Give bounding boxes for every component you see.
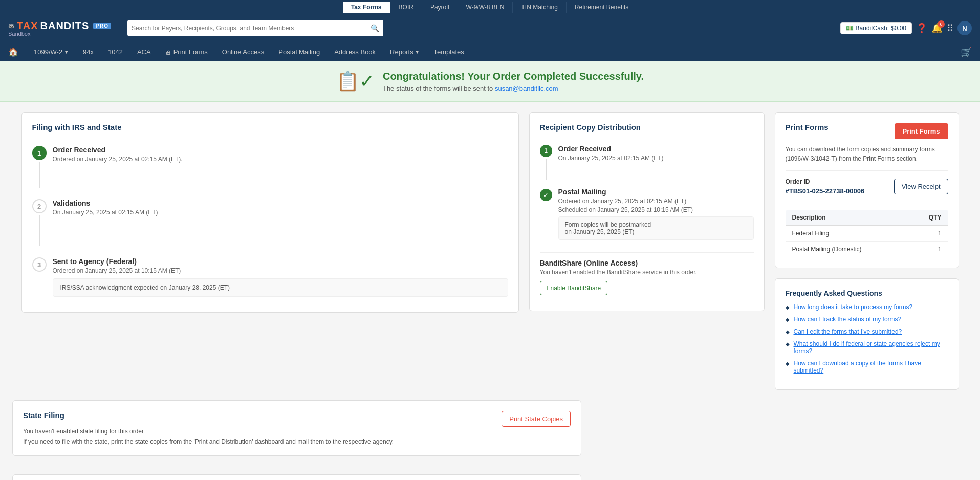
step-3-title: Sent to Agency (Federal): [53, 257, 508, 266]
success-email[interactable]: susan@banditllc.com: [495, 84, 558, 92]
cart-icon[interactable]: 🛒: [961, 47, 972, 58]
top-nav-w9[interactable]: W-9/W-8 BEN: [458, 2, 513, 13]
order-id-label: Order ID: [786, 178, 865, 185]
step-2-circle: 2: [32, 199, 47, 213]
nav-1099-w2[interactable]: 1099/W-2 ▼: [27, 42, 76, 62]
order-id-value: #TBS01-025-22738-00006: [786, 187, 865, 195]
recipient-step-1-title: Order Received: [558, 145, 664, 153]
bandit-share-desc: You haven't enabled the BanditShare serv…: [540, 269, 754, 276]
order-row-2-desc: Postal Mailing (Domestic): [786, 242, 910, 257]
order-row-1-qty: 1: [910, 226, 948, 242]
filing-section-title: Filing with IRS and State: [32, 123, 508, 132]
search-icon: 🔍: [371, 24, 379, 32]
faq-section: Frequently Asked Questions ◆ How long do…: [775, 278, 959, 390]
nav-online-access[interactable]: Online Access: [215, 42, 271, 62]
top-nav-payroll[interactable]: Payroll: [422, 2, 458, 13]
recipient-step-2: ✓ Postal Mailing Ordered on January 25, …: [540, 184, 754, 244]
nav-print-forms[interactable]: 🖨 Print Forms: [158, 42, 215, 62]
faq-item-3: ◆ Can I edit the forms that I've submitt…: [786, 328, 948, 335]
postmark-note: Form copies will be postmarkedon January…: [558, 216, 754, 240]
recipient-step-1-desc: On January 25, 2025 at 02:15 AM (ET): [558, 155, 664, 162]
faq-title: Frequently Asked Questions: [786, 289, 948, 297]
print-section-desc: You can download the form copies and sum…: [786, 145, 948, 163]
filing-step-1: 1 Order Received Ordered on January 25, …: [32, 140, 508, 193]
faq-item-2: ◆ How can I track the status of my forms…: [786, 316, 948, 323]
faq-item-1: ◆ How long does it take to process my fo…: [786, 303, 948, 311]
top-nav-tin[interactable]: TIN Matching: [513, 2, 566, 13]
faq-link-4[interactable]: What should I do if federal or state age…: [794, 340, 948, 355]
step-1-title: Order Received: [53, 146, 183, 154]
order-table: Description QTY Federal Filing 1 Postal …: [786, 209, 948, 257]
logo: 🦝 TAX BANDITS PRO Sandbox: [8, 20, 111, 37]
state-section-subdesc: If you need to file with the state, prin…: [23, 438, 394, 445]
success-subtitle: The status of the forms will be sent to …: [383, 84, 644, 92]
print-state-copies-button[interactable]: Print State Copies: [502, 411, 571, 427]
faq-item-5: ◆ How can I download a copy of the forms…: [786, 360, 948, 374]
success-icon: 📋✓: [336, 71, 375, 92]
faq-diamond-1: ◆: [786, 304, 790, 311]
step-1-circle: 1: [32, 146, 47, 160]
recipient-section: Recipient Copy Distribution 1 Order Rece…: [529, 112, 765, 311]
bandit-cash-button[interactable]: 💵 BanditCash: $0.00: [840, 22, 912, 34]
sandbox-label: Sandbox: [8, 31, 30, 37]
order-table-qty-header: QTY: [910, 210, 948, 226]
nav-home-icon[interactable]: 🏠: [8, 47, 18, 57]
nav-reports[interactable]: Reports ▼: [383, 42, 426, 62]
top-nav-tax-forms[interactable]: Tax Forms: [343, 2, 390, 13]
apps-button[interactable]: ⠿: [947, 23, 953, 34]
step-2-title: Validations: [53, 199, 158, 207]
search-bar[interactable]: 🔍: [127, 20, 383, 36]
nav-postal-mailing[interactable]: Postal Mailing: [271, 42, 327, 62]
recipient-step-2-title: Postal Mailing: [558, 188, 754, 196]
order-row-1-desc: Federal Filing: [786, 226, 910, 242]
print-section: Print Forms Print Forms You can download…: [775, 112, 959, 268]
success-title: Congratulations! Your Order Completed Su…: [383, 71, 644, 82]
recipient-step-1-icon: 1: [540, 145, 552, 157]
top-nav-boir[interactable]: BOIR: [390, 2, 422, 13]
bandit-cash-icon: 💵: [846, 25, 854, 32]
search-input[interactable]: [132, 25, 371, 32]
faq-link-3[interactable]: Can I edit the forms that I've submitted…: [794, 328, 902, 335]
faq-link-2[interactable]: How can I track the status of my forms?: [794, 316, 902, 323]
enable-banditshare-button[interactable]: Enable BanditShare: [540, 281, 608, 295]
notification-badge: 6: [938, 20, 945, 28]
print-forms-button[interactable]: Print Forms: [895, 123, 948, 139]
faq-diamond-3: ◆: [786, 329, 790, 335]
order-row-2-qty: 1: [910, 242, 948, 257]
step-1-desc: Ordered on January 25, 2025 at 02:15 AM …: [53, 156, 183, 163]
bandit-cash-value: $0.00: [891, 25, 906, 32]
state-section: State Filing You haven't enabled state f…: [12, 400, 581, 456]
nav-1042[interactable]: 1042: [101, 42, 130, 62]
nav-address-book[interactable]: Address Book: [327, 42, 383, 62]
filing-section: Filing with IRS and State 1 Order Receiv…: [21, 112, 519, 313]
logo-tax-text: TAX: [17, 20, 38, 32]
recipient-step-2-icon: ✓: [540, 189, 552, 201]
logo-tax: 🦝: [8, 23, 15, 29]
view-receipt-button[interactable]: View Receipt: [894, 179, 948, 194]
faq-link-1[interactable]: How long does it take to process my form…: [794, 303, 913, 311]
print-section-title: Print Forms: [786, 123, 829, 132]
bandit-cash-label: BanditCash:: [856, 25, 889, 32]
pro-badge: PRO: [93, 23, 111, 29]
nav-aca[interactable]: ACA: [130, 42, 158, 62]
bandit-share-section: BanditShare (Online Access) You haven't …: [540, 252, 754, 300]
bandit-share-title: BanditShare (Online Access): [540, 259, 754, 267]
success-banner: 📋✓ Congratulations! Your Order Completed…: [0, 61, 980, 102]
notifications-button[interactable]: 🔔 6: [931, 23, 943, 34]
step-2-desc: On January 25, 2025 at 02:15 AM (ET): [53, 209, 158, 216]
state-section-desc: You haven't enabled state filing for thi…: [23, 428, 394, 435]
help-button[interactable]: ❓: [916, 23, 927, 34]
nav-94x[interactable]: 94x: [76, 42, 101, 62]
nav-templates[interactable]: Templates: [427, 42, 471, 62]
avatar[interactable]: N: [957, 21, 972, 35]
filing-step-3: 3 Sent to Agency (Federal) Ordered on Ja…: [32, 251, 508, 302]
faq-link-5[interactable]: How can I download a copy of the forms I…: [794, 360, 948, 374]
state-section-title: State Filing: [23, 411, 394, 420]
dashboard-cta: You can track the status from your 1099/…: [12, 474, 581, 480]
step-3-desc: Ordered on January 25, 2025 at 10:15 AM …: [53, 267, 508, 274]
step-3-note: IRS/SSA acknowledgment expected on Janua…: [53, 278, 508, 297]
order-table-row-2: Postal Mailing (Domestic) 1: [786, 242, 948, 257]
top-nav-retirement[interactable]: Retirement Benefits: [567, 2, 637, 13]
faq-diamond-5: ◆: [786, 361, 790, 374]
order-table-row-1: Federal Filing 1: [786, 226, 948, 242]
